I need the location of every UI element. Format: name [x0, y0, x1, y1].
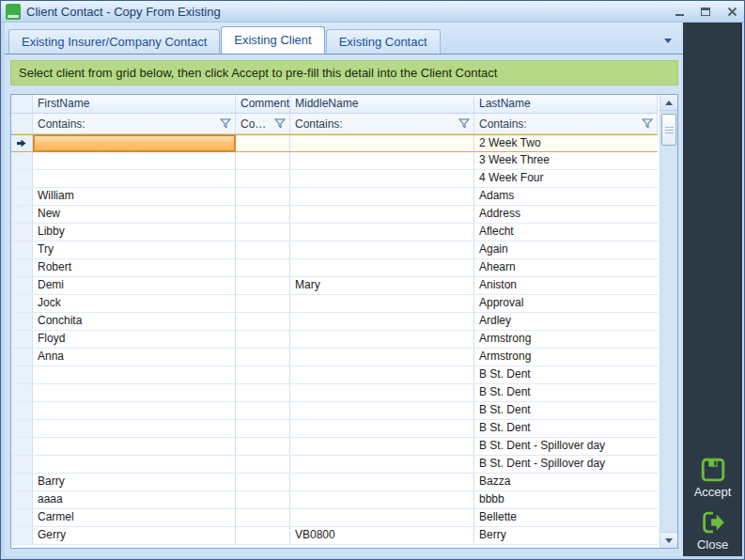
grid-cell[interactable]	[33, 402, 236, 419]
grid-cell[interactable]: B St. Dent	[474, 384, 658, 401]
filter-funnel-icon[interactable]	[458, 118, 470, 129]
accept-button[interactable]: Accept	[694, 456, 732, 499]
grid-cell[interactable]	[290, 366, 474, 383]
tab-existing-insurer-company-contact[interactable]: Existing Insurer/Company Contact	[8, 29, 220, 54]
grid-cell[interactable]	[290, 402, 474, 419]
grid-cell[interactable]	[236, 402, 290, 419]
grid-cell[interactable]: Try	[33, 241, 236, 258]
column-header-firstname[interactable]: FirstName	[33, 95, 236, 113]
grid-cell[interactable]	[290, 420, 474, 437]
table-row[interactable]: B St. Dent	[11, 384, 658, 402]
filter-cell-lastname[interactable]: Contains:	[474, 114, 658, 133]
grid-cell[interactable]	[290, 152, 474, 169]
grid-cell[interactable]: Bazza	[474, 474, 658, 490]
table-row[interactable]: JockApproval	[11, 295, 658, 313]
table-row[interactable]: AnnaArmstrong	[11, 349, 658, 366]
grid-cell[interactable]	[236, 384, 290, 401]
table-row[interactable]: GerryVB0800Berry	[11, 527, 658, 545]
grid-cell[interactable]: B St. Dent	[474, 402, 658, 419]
grid-cell[interactable]: B St. Dent - Spillover day	[474, 456, 658, 473]
grid-cell[interactable]	[290, 438, 474, 455]
minimize-button[interactable]	[673, 6, 686, 19]
scrollbar-thumb[interactable]	[661, 114, 676, 146]
table-row[interactable]: TryAgain	[11, 241, 658, 259]
grid-cell[interactable]: Floyd	[33, 331, 236, 348]
filter-funnel-icon[interactable]	[220, 118, 231, 129]
table-row[interactable]: B St. Dent - Spillover day	[11, 438, 658, 456]
grid-cell[interactable]	[290, 224, 474, 241]
grid-cell[interactable]: 3 Week Three	[474, 152, 658, 169]
filter-cell-comments[interactable]: Contains:	[236, 114, 290, 133]
scroll-up-button[interactable]	[660, 95, 677, 111]
grid-cell[interactable]	[236, 313, 290, 330]
grid-cell[interactable]	[236, 259, 290, 276]
table-row[interactable]: aaaabbbb	[11, 491, 658, 509]
grid-cell[interactable]: Gerry	[33, 527, 236, 544]
grid-cell[interactable]	[236, 241, 290, 258]
grid-cell[interactable]: Bellette	[474, 509, 658, 526]
tab-existing-contact[interactable]: Existing Contact	[326, 29, 441, 54]
grid-cell[interactable]: Ardley	[474, 313, 658, 330]
table-row[interactable]: BarryBazza	[11, 474, 658, 491]
table-row[interactable]: 2 Week Two	[11, 134, 658, 152]
table-row[interactable]: 4 Week Four	[11, 170, 658, 188]
grid-cell[interactable]	[236, 438, 290, 455]
filter-funnel-icon[interactable]	[642, 118, 653, 129]
scroll-down-button[interactable]	[660, 532, 677, 548]
grid-cell[interactable]	[290, 259, 474, 276]
grid-cell[interactable]	[236, 170, 290, 187]
grid-cell[interactable]	[236, 349, 290, 366]
grid-cell[interactable]	[236, 491, 290, 508]
table-row[interactable]: NewAddress	[11, 206, 658, 224]
table-row[interactable]: CarmelBellette	[11, 509, 658, 527]
grid-cell[interactable]: Carmel	[33, 509, 236, 526]
table-row[interactable]: 3 Week Three	[11, 152, 658, 170]
grid-cell[interactable]: Jock	[33, 295, 236, 312]
grid-cell[interactable]	[236, 527, 290, 544]
tab-overflow-dropdown-icon[interactable]	[664, 39, 672, 43]
grid-cell[interactable]	[290, 313, 474, 330]
table-row[interactable]: B St. Dent - Spillover day	[11, 456, 658, 474]
maximize-button[interactable]	[699, 6, 712, 19]
grid-cell[interactable]	[236, 188, 290, 205]
grid-cell[interactable]	[236, 331, 290, 348]
grid-cell[interactable]	[236, 206, 290, 223]
column-header-comments[interactable]: Comments	[236, 95, 290, 113]
grid-cell[interactable]: Again	[474, 241, 658, 258]
grid-cell[interactable]: Mary	[290, 277, 474, 294]
grid-cell[interactable]	[33, 456, 236, 473]
grid-cell[interactable]	[290, 456, 474, 473]
table-row[interactable]: ConchitaArdley	[11, 313, 658, 331]
grid-cell[interactable]	[236, 509, 290, 526]
grid-cell[interactable]	[290, 349, 474, 366]
grid-cell[interactable]: aaaa	[33, 491, 236, 508]
table-row[interactable]: WilliamAdams	[11, 188, 658, 206]
grid-cell[interactable]	[236, 420, 290, 437]
grid-cell[interactable]: New	[33, 206, 236, 223]
grid-cell[interactable]: William	[33, 188, 236, 205]
table-row[interactable]: B St. Dent	[11, 420, 658, 438]
filter-cell-middlename[interactable]: Contains:	[290, 114, 474, 133]
grid-cell[interactable]: B St. Dent	[474, 420, 658, 437]
grid-cell[interactable]	[290, 135, 474, 151]
grid-cell[interactable]	[236, 152, 290, 169]
grid-cell[interactable]: Armstrong	[474, 331, 658, 348]
grid-cell[interactable]	[290, 384, 474, 401]
table-row[interactable]: FloydArmstrong	[11, 331, 658, 349]
grid-cell[interactable]	[33, 170, 236, 187]
grid-cell[interactable]	[290, 295, 474, 312]
table-row[interactable]: DemiMaryAniston	[11, 277, 658, 295]
grid-cell[interactable]	[236, 474, 290, 490]
grid-cell[interactable]	[33, 420, 236, 437]
grid-cell[interactable]: VB0800	[290, 527, 474, 544]
grid-cell[interactable]	[290, 241, 474, 258]
tab-existing-client[interactable]: Existing Client	[221, 26, 324, 54]
column-header-lastname[interactable]: LastName	[474, 95, 658, 113]
grid-cell[interactable]	[33, 152, 236, 169]
grid-cell[interactable]: 4 Week Four	[474, 170, 658, 187]
grid-cell[interactable]: 2 Week Two	[474, 135, 658, 151]
grid-cell[interactable]: Ahearn	[474, 259, 658, 276]
grid-cell[interactable]	[236, 295, 290, 312]
table-row[interactable]: B St. Dent	[11, 402, 658, 420]
grid-cell[interactable]: B St. Dent - Spillover day	[474, 438, 658, 455]
